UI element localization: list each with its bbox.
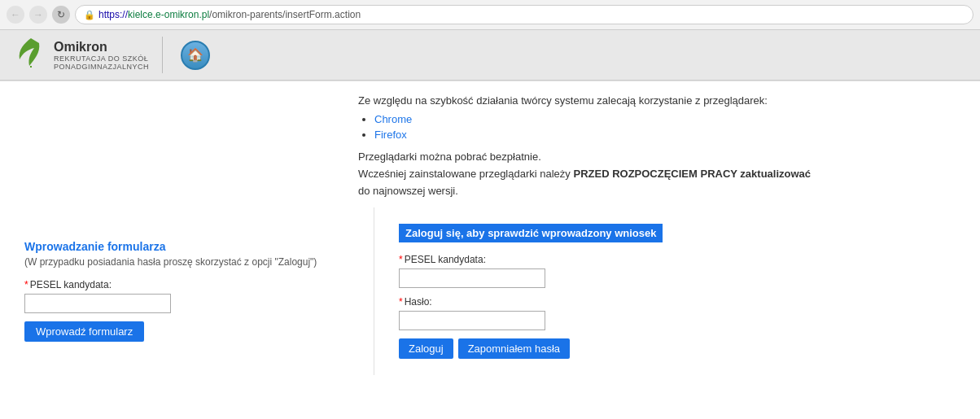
required-star: * <box>399 254 403 265</box>
secure-icon: 🔒 <box>84 10 95 20</box>
browser-toolbar: ← → ↻ 🔒 https://kielce.e-omikron.pl/omik… <box>0 0 980 29</box>
form-hint: (W przypadku posiadania hasła proszę sko… <box>24 256 349 268</box>
list-item: Chrome <box>374 113 956 125</box>
note-line1: Przeglądarki można pobrać bezpłatnie. <box>358 149 956 166</box>
bottom-area: Wprowadzanie formularza (W przypadku pos… <box>0 207 980 375</box>
firefox-link[interactable]: Firefox <box>374 129 407 141</box>
form-column: Wprowadzanie formularza (W przypadku pos… <box>0 207 374 375</box>
login-pesel-label: *PESEL kandydata: <box>399 254 956 265</box>
intro-text: Ze względu na szybkość działania twórcy … <box>358 94 956 107</box>
browser-chrome: ← → ↻ 🔒 https://kielce.e-omikron.pl/omik… <box>0 0 980 30</box>
form-title: Wprowadzanie formularza <box>24 240 349 253</box>
address-bar[interactable]: 🔒 https://kielce.e-omikron.pl/omikron-pa… <box>75 5 973 24</box>
form-section: Wprowadzanie formularza (W przypadku pos… <box>24 240 349 342</box>
logo-icon <box>16 37 46 73</box>
info-note: Przeglądarki można pobrać bezpłatnie. Wc… <box>358 149 956 199</box>
refresh-button[interactable]: ↻ <box>52 6 70 24</box>
note-line3: do najnowszej wersji. <box>358 183 956 200</box>
url-display: https://kielce.e-omikron.pl/omikron-pare… <box>98 9 361 20</box>
login-form: *PESEL kandydata: *Hasło: Zaloguj Zapomn… <box>399 254 956 359</box>
site-header: Omikron REKRUTACJA DO SZKÓŁ PONADGIMNAZJ… <box>0 30 980 81</box>
note-line2: Wcześniej zainstalowane przeglądarki nal… <box>358 166 956 183</box>
pesel-label: *PESEL kandydata: <box>24 279 349 290</box>
login-button[interactable]: Zaloguj <box>399 338 453 359</box>
forgot-password-button[interactable]: Zapomniałem hasła <box>458 338 570 359</box>
home-icon: 🏠 <box>187 47 203 63</box>
login-password-label: *Hasło: <box>399 296 956 308</box>
login-section: Zaloguj się, aby sprawdzić wprowadzony w… <box>399 224 956 359</box>
browser-list: Chrome Firefox <box>374 113 956 141</box>
login-password-input[interactable] <box>399 311 545 330</box>
login-title[interactable]: Zaloguj się, aby sprawdzić wprowadzony w… <box>399 224 663 242</box>
info-section: Ze względu na szybkość działania twórcy … <box>0 81 980 207</box>
forward-button[interactable]: → <box>29 6 47 24</box>
login-column: Zaloguj się, aby sprawdzić wprowadzony w… <box>374 207 980 375</box>
chrome-link[interactable]: Chrome <box>374 113 412 125</box>
required-star: * <box>24 279 28 290</box>
submit-button[interactable]: Wprowadź formularz <box>24 321 144 342</box>
login-actions: Zaloguj Zapomniałem hasła <box>399 338 956 359</box>
pesel-input[interactable] <box>24 294 171 313</box>
back-button[interactable]: ← <box>7 6 24 24</box>
required-star: * <box>399 296 403 308</box>
login-pesel-input[interactable] <box>399 268 545 288</box>
list-item: Firefox <box>374 129 956 141</box>
logo-area: Omikron REKRUTACJA DO SZKÓŁ PONADGIMNAZJ… <box>16 37 163 73</box>
logo-text: Omikron REKRUTACJA DO SZKÓŁ PONADGIMNAZJ… <box>54 40 149 71</box>
home-button[interactable]: 🏠 <box>181 41 210 70</box>
